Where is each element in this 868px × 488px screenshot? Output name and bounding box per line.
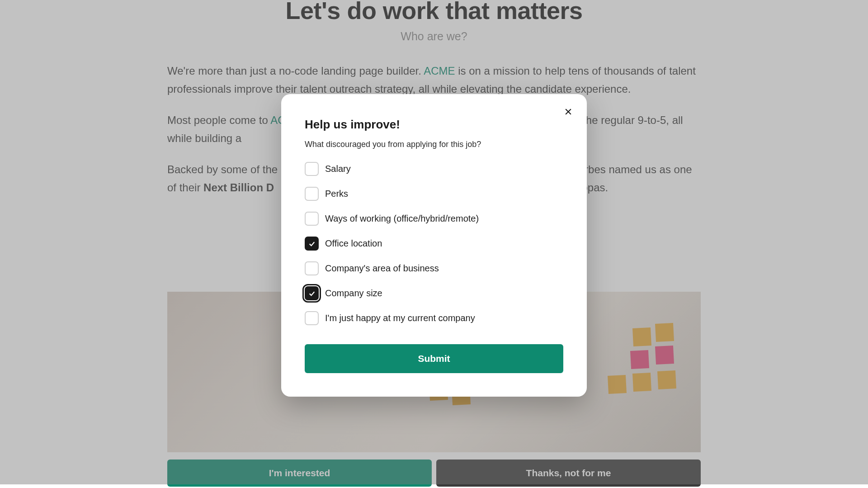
submit-button[interactable]: Submit [305,344,563,373]
checkbox[interactable] [305,187,319,201]
checkbox-group: SalaryPerksWays of working (office/hybri… [305,162,563,325]
checkbox-row[interactable]: I'm just happy at my current company [305,311,563,325]
checkbox-label: Perks [325,189,348,199]
checkbox-row[interactable]: Ways of working (office/hybrid/remote) [305,212,563,226]
close-icon [564,107,573,116]
checkbox-row[interactable]: Company's area of business [305,261,563,275]
checkbox-label: Salary [325,164,351,174]
checkbox-row[interactable]: Perks [305,187,563,201]
checkbox-label: Company size [325,288,382,298]
checkbox-row[interactable]: Office location [305,237,563,251]
checkbox-label: Office location [325,238,382,249]
checkbox-label: I'm just happy at my current company [325,313,475,323]
modal-question: What discouraged you from applying for t… [305,140,563,149]
feedback-modal: Help us improve! What discouraged you fr… [281,94,587,397]
checkbox[interactable] [305,237,319,251]
modal-title: Help us improve! [305,118,563,132]
checkbox[interactable] [305,311,319,325]
checkbox[interactable] [305,212,319,226]
checkbox-label: Ways of working (office/hybrid/remote) [325,213,479,224]
check-icon [308,240,316,248]
checkbox[interactable] [305,261,319,275]
checkbox[interactable] [305,162,319,176]
checkbox-label: Company's area of business [325,263,439,274]
checkbox-row[interactable]: Company size [305,286,563,300]
check-icon [308,289,316,298]
checkbox[interactable] [305,286,319,300]
checkbox-row[interactable]: Salary [305,162,563,176]
close-button[interactable] [561,105,575,118]
